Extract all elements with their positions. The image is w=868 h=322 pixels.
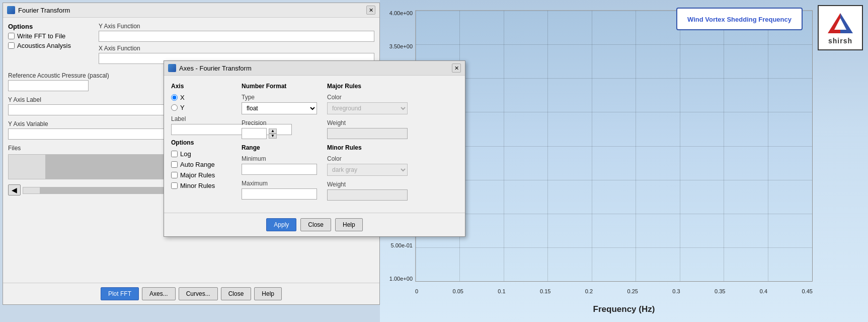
axis-y-radio[interactable]: [171, 104, 178, 111]
axes-dialog-help-button[interactable]: Help: [335, 218, 363, 231]
axes-dialog-close-button[interactable]: Close: [300, 218, 331, 231]
ref-pressure-input[interactable]: 2e-05: [8, 80, 89, 91]
x-axis-title: Frequency (Hz): [593, 304, 655, 314]
label-section-label: Label: [171, 115, 231, 122]
number-format-col: Number Format Type float exponential int…: [242, 83, 317, 206]
type-label: Type: [242, 94, 317, 101]
maximum-input[interactable]: 1: [242, 188, 317, 200]
auto-range-row: Auto Range: [171, 161, 231, 168]
maximum-label: Maximum: [242, 180, 317, 187]
x-label-9: 0.45: [802, 288, 813, 294]
maximum-group: Maximum 1: [242, 180, 317, 200]
gridline-h-7: [416, 247, 812, 248]
type-group: Type float exponential integer: [242, 94, 317, 114]
axis-col: Axis X Y Label Options Log: [171, 83, 231, 206]
log-label: Log: [180, 150, 191, 158]
x-axis-function-label: X Axis Function: [99, 45, 374, 52]
fourier-close-button[interactable]: ✕: [366, 6, 375, 15]
precision-down-btn[interactable]: ▼: [269, 134, 277, 139]
axis-x-radio[interactable]: [171, 94, 178, 101]
minor-color-select: dark gray: [327, 164, 408, 176]
axes-dialog-top-row: Axis X Y Label Options Log: [171, 83, 458, 206]
major-rules-checkbox[interactable]: [171, 172, 178, 178]
auto-range-checkbox[interactable]: [171, 161, 178, 168]
minimum-label: Minimum: [242, 155, 317, 162]
fourier-title: Fourier Transform: [18, 7, 70, 14]
gridline-h-8: [416, 281, 812, 282]
minor-rules-col-label: Minor Rules: [327, 144, 408, 151]
y-label-8: 5.00e-01: [391, 242, 413, 248]
minimum-group: Minimum 0.05: [242, 155, 317, 175]
fourier-close-btn[interactable]: Close: [221, 287, 252, 300]
axes-dialog-titlebar-left: Axes - Fourier Transform: [168, 64, 252, 72]
number-format-label: Number Format: [242, 83, 317, 90]
major-weight-group: Weight 1: [327, 119, 408, 139]
y-label-2: 3.50e+00: [389, 43, 413, 49]
precision-group: Precision 4 ▲ ▼: [242, 119, 317, 139]
precision-up-btn[interactable]: ▲: [269, 128, 277, 134]
major-color-select: foreground: [327, 102, 408, 114]
major-weight-input: 1: [327, 128, 408, 139]
log-checkbox[interactable]: [171, 151, 178, 157]
precision-input[interactable]: 4: [242, 128, 267, 139]
x-label-1: 0.05: [453, 288, 463, 294]
axis-y-row: Y: [171, 104, 231, 111]
plot-fft-button[interactable]: Plot FFT: [101, 287, 139, 300]
log-row: Log: [171, 150, 231, 158]
gridline-h-1: [416, 44, 812, 45]
x-label-7: 0.35: [715, 288, 725, 294]
axis-x-row: X: [171, 94, 231, 101]
gridline-h-3: [416, 112, 812, 112]
gridline-h-4: [416, 146, 812, 147]
x-label-8: 0.4: [760, 288, 767, 294]
major-rules-col-label: Major Rules: [327, 83, 408, 90]
major-rules-label: Major Rules: [180, 171, 215, 179]
options-label: Options: [8, 23, 89, 30]
logo-box: shirsh: [818, 5, 863, 50]
major-color-group: Color foreground: [327, 94, 408, 114]
auto-range-label: Auto Range: [180, 161, 215, 168]
x-label-0: 0: [415, 288, 418, 294]
acoustics-checkbox[interactable]: [8, 42, 15, 49]
major-rules-col: Major Rules Color foreground Weight 1 Mi…: [327, 83, 408, 206]
minor-rules-label: Minor Rules: [180, 182, 215, 189]
label-section: Label: [171, 115, 231, 135]
scroll-left-button[interactable]: ◀: [8, 184, 21, 196]
axes-dialog-titlebar: Axes - Fourier Transform ✕: [164, 61, 465, 76]
minimum-input[interactable]: 0.05: [242, 164, 317, 175]
minor-rules-checkbox[interactable]: [171, 182, 178, 189]
axes-dialog-close-x[interactable]: ✕: [452, 63, 461, 73]
write-fft-checkbox[interactable]: [8, 33, 15, 39]
minor-color-label: Color: [327, 155, 408, 162]
minor-weight-group: Weight 1: [327, 181, 408, 201]
curves-button[interactable]: Curves...: [179, 287, 218, 300]
y-axis-function-input[interactable]: Power Spectral Density: [99, 31, 374, 42]
x-label-4: 0.2: [585, 288, 593, 294]
options-checkboxes-label: Options: [171, 139, 231, 146]
options-checkboxes: Options Log Auto Range Major Rules: [171, 139, 231, 189]
options-left: Options Write FFT to File Acoustics Anal…: [8, 23, 89, 51]
minor-rules-row: Minor Rules: [171, 182, 231, 189]
axes-dialog-body: Axis X Y Label Options Log: [164, 76, 465, 213]
y-axis-function-section: Y Axis Function Power Spectral Density: [99, 23, 374, 42]
range-label: Range: [242, 144, 317, 151]
fourier-bottom-buttons: Plot FFT Axes... Curves... Close Help: [3, 283, 379, 304]
axis-x-label: X: [180, 94, 185, 101]
logo-triangle-container: [825, 11, 855, 36]
logo-text: shirsh: [828, 37, 852, 45]
minor-color-group: Color dark gray: [327, 155, 408, 176]
type-select[interactable]: float exponential integer: [242, 102, 317, 114]
fourier-help-button[interactable]: Help: [254, 287, 282, 300]
chart-plot: [415, 10, 813, 282]
acoustics-row: Acoustics Analysis: [8, 42, 89, 49]
gridline-h-5: [416, 180, 812, 180]
axes-button[interactable]: Axes...: [142, 287, 176, 300]
gridline-v-9: [812, 11, 813, 281]
minor-rules-col: Minor Rules Color dark gray Weight 1: [327, 144, 408, 201]
x-label-3: 0.15: [540, 288, 550, 294]
fourier-titlebar: Fourier Transform ✕: [3, 3, 379, 18]
precision-label: Precision: [242, 119, 317, 126]
apply-button[interactable]: Apply: [266, 218, 296, 231]
axis-y-label: Y: [180, 104, 185, 111]
annotation-box: Wind Vortex Shedding Frequency: [676, 8, 803, 30]
